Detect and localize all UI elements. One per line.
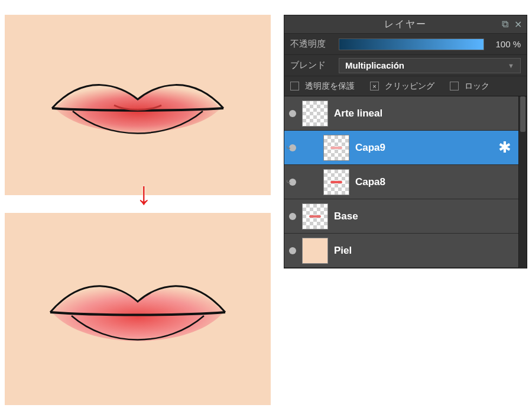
opacity-fill — [339, 39, 484, 50]
layer-thumbnail — [302, 101, 328, 127]
popout-icon[interactable]: ⧉ — [502, 19, 510, 30]
arrow-down-icon: ↓ — [136, 174, 152, 211]
layer-list: ▲ Arte lineal⤷Capa9✱⤷Capa8BasePiel — [284, 96, 527, 268]
panel-titlebar[interactable]: レイヤー ⧉ ✕ — [284, 15, 527, 33]
layer-thumbnail — [302, 203, 328, 229]
canvas-before — [5, 15, 271, 195]
blend-label: ブレンド — [290, 60, 332, 71]
close-icon[interactable]: ✕ — [514, 19, 523, 30]
blend-mode-value: Multiplicación — [345, 60, 404, 70]
layer-thumbnail — [302, 238, 328, 264]
lock-label: ロック — [465, 81, 489, 92]
clip-indicator-icon: ⤷ — [286, 178, 291, 186]
opacity-slider[interactable] — [339, 38, 484, 50]
layer-options-row: 透明度を保護 クリッピング ロック — [284, 76, 527, 96]
layer-row[interactable]: Piel — [284, 234, 518, 268]
clipping-checkbox[interactable] — [370, 82, 379, 90]
layer-name: Piel — [334, 245, 518, 257]
clip-indicator-icon: ⤷ — [286, 144, 291, 152]
blend-row: ブレンド Multiplicación ▼ — [284, 54, 527, 76]
layers-panel: レイヤー ⧉ ✕ 不透明度 100 % ブレンド Multiplicación … — [284, 15, 527, 268]
layer-row[interactable]: Base — [284, 199, 518, 234]
thumbnail-mark — [330, 147, 342, 149]
lips-illustration-after — [31, 253, 244, 365]
clipping-label: クリッピング — [385, 81, 434, 92]
visibility-toggle[interactable] — [289, 213, 296, 220]
preserve-opacity-checkbox[interactable] — [290, 82, 299, 90]
layer-name: Base — [334, 211, 518, 222]
chevron-down-icon: ▼ — [508, 62, 514, 69]
panel-title-text: レイヤー — [384, 18, 427, 31]
blend-mode-select[interactable]: Multiplicación ▼ — [339, 58, 521, 73]
visibility-toggle[interactable] — [289, 247, 296, 254]
thumbnail-mark — [309, 215, 321, 218]
scrollbar-thumb[interactable] — [520, 96, 525, 132]
lock-checkbox[interactable] — [450, 82, 459, 90]
layers-scrollbar[interactable]: ▲ — [518, 96, 527, 268]
layer-row[interactable]: ⤷Capa9✱ — [284, 131, 518, 165]
layer-name: Arte lineal — [334, 108, 518, 119]
opacity-label: 不透明度 — [290, 38, 332, 50]
lips-illustration-before — [31, 52, 244, 158]
layer-row[interactable]: Arte lineal — [284, 96, 518, 131]
layer-name: Capa8 — [355, 176, 518, 188]
layer-name: Capa9 — [355, 142, 492, 154]
layer-thumbnail — [323, 135, 349, 161]
gear-icon[interactable]: ✱ — [498, 138, 511, 157]
preserve-opacity-label: 透明度を保護 — [305, 81, 355, 92]
canvas-after — [5, 213, 271, 405]
thumbnail-mark — [330, 181, 342, 183]
layer-row[interactable]: ⤷Capa8 — [284, 165, 518, 199]
opacity-value: 100 % — [491, 39, 521, 49]
visibility-toggle[interactable] — [289, 110, 296, 117]
layer-thumbnail — [323, 169, 349, 195]
opacity-row: 不透明度 100 % — [284, 33, 527, 54]
